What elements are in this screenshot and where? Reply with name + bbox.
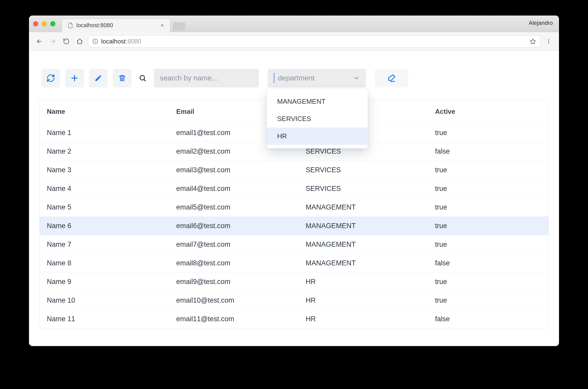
cell-name: Name 4 (45, 185, 174, 193)
cell-active: true (433, 166, 543, 174)
cell-email: email8@test.com (174, 259, 304, 267)
department-select[interactable]: department MANAGEMENTSERVICESHR (268, 69, 366, 87)
page-content: department MANAGEMENTSERVICESHR Name Ema… (29, 51, 559, 346)
cell-active: true (433, 241, 543, 249)
cell-department: MANAGEMENT (304, 241, 433, 249)
cell-active: false (433, 315, 543, 323)
profile-label[interactable]: Alejandro (529, 20, 553, 26)
search-input-wrapper[interactable] (154, 69, 259, 87)
department-option[interactable]: HR (267, 128, 368, 145)
cell-email: email6@test.com (174, 222, 304, 230)
text-cursor (274, 73, 274, 83)
cell-active: true (433, 203, 543, 211)
cell-department: SERVICES (304, 166, 433, 174)
svg-point-2 (95, 40, 95, 40)
home-button[interactable] (75, 36, 85, 47)
cell-active: true (433, 278, 543, 286)
cell-name: Name 5 (45, 203, 174, 211)
cell-department: HR (304, 296, 433, 304)
refresh-button[interactable] (41, 69, 60, 87)
new-tab-button[interactable] (173, 22, 185, 31)
cell-name: Name 8 (45, 259, 174, 267)
svg-point-5 (548, 41, 549, 42)
file-icon (68, 23, 73, 28)
cell-department: HR (304, 315, 433, 323)
maximize-window-button[interactable] (50, 21, 55, 26)
cell-email: email5@test.com (174, 203, 304, 211)
department-dropdown: MANAGEMENTSERVICESHR (267, 89, 368, 148)
col-name[interactable]: Name (45, 108, 174, 116)
clear-filters-button[interactable] (375, 69, 408, 87)
cell-name: Name 10 (45, 296, 174, 304)
cell-department: MANAGEMENT (304, 222, 433, 230)
svg-marker-3 (530, 39, 535, 44)
cell-active: true (433, 296, 543, 304)
col-active[interactable]: Active (433, 108, 543, 116)
back-button[interactable] (34, 36, 45, 47)
cell-email: email11@test.com (174, 315, 304, 323)
cell-department: SERVICES (304, 147, 433, 155)
url-host: localhost (101, 38, 126, 45)
window-controls (33, 21, 55, 26)
cell-name: Name 6 (45, 222, 174, 230)
table-row[interactable]: Name 8email8@test.comMANAGEMENTfalse (40, 254, 548, 272)
svg-line-12 (144, 79, 145, 81)
cell-email: email3@test.com (174, 166, 304, 174)
cell-department: MANAGEMENT (304, 203, 433, 211)
site-info-icon[interactable] (92, 39, 98, 44)
search-icon (137, 69, 149, 87)
cell-active: true (433, 129, 543, 137)
cell-email: email10@test.com (174, 296, 304, 304)
edit-button[interactable] (89, 69, 108, 87)
cell-name: Name 3 (45, 166, 174, 174)
navbar: localhost:8080 (29, 32, 559, 51)
svg-point-4 (548, 39, 549, 40)
table-row[interactable]: Name 11email11@test.comHRfalse (40, 310, 548, 328)
minimize-window-button[interactable] (42, 21, 47, 26)
table-row[interactable]: Name 6email6@test.comMANAGEMENTtrue (40, 216, 548, 235)
cell-name: Name 2 (45, 147, 174, 155)
cell-department: SERVICES (304, 185, 433, 193)
table-row[interactable]: Name 5email5@test.comMANAGEMENTtrue (40, 198, 548, 216)
address-bar[interactable]: localhost:8080 (88, 35, 540, 48)
delete-button[interactable] (113, 69, 131, 87)
cell-name: Name 7 (45, 241, 174, 249)
cell-name: Name 1 (45, 129, 174, 137)
cell-active: true (433, 222, 543, 230)
department-option[interactable]: SERVICES (267, 110, 368, 128)
reload-button[interactable] (61, 36, 71, 47)
cell-email: email7@test.com (174, 241, 304, 249)
forward-button[interactable] (48, 36, 58, 47)
browser-menu-button[interactable] (543, 36, 554, 47)
browser-window: localhost:8080 × Alejandro localhost:808… (29, 16, 559, 346)
cell-name: Name 9 (45, 278, 174, 286)
cell-email: email9@test.com (174, 278, 304, 286)
url-port: :8080 (126, 38, 141, 45)
cell-email: email4@test.com (174, 185, 304, 193)
cell-active: true (433, 185, 543, 193)
table-row[interactable]: Name 3email3@test.comSERVICEStrue (40, 161, 548, 179)
cell-active: false (433, 147, 543, 155)
cell-active: false (433, 259, 543, 267)
table-row[interactable]: Name 4email4@test.comSERVICEStrue (40, 179, 548, 198)
browser-tab[interactable]: localhost:8080 × (62, 19, 170, 32)
cell-department: MANAGEMENT (304, 259, 433, 267)
search-input[interactable] (160, 74, 253, 82)
tab-title: localhost:8080 (76, 22, 156, 29)
cell-name: Name 11 (45, 315, 174, 323)
add-button[interactable] (65, 69, 84, 87)
table-row[interactable]: Name 7email7@test.comMANAGEMENTtrue (40, 235, 548, 254)
titlebar: localhost:8080 × Alejandro (29, 16, 559, 32)
table-row[interactable]: Name 9email9@test.comHRtrue (40, 272, 548, 291)
cell-email: email2@test.com (174, 147, 304, 155)
cell-department: HR (304, 278, 433, 286)
department-placeholder: department (278, 74, 350, 82)
close-tab-button[interactable]: × (159, 22, 165, 29)
url-text: localhost:8080 (101, 38, 141, 45)
toolbar: department MANAGEMENTSERVICESHR (39, 69, 549, 87)
table-row[interactable]: Name 10email10@test.comHRtrue (40, 291, 548, 310)
department-option[interactable]: MANAGEMENT (267, 93, 368, 110)
close-window-button[interactable] (33, 21, 38, 26)
bookmark-icon[interactable] (530, 38, 536, 44)
svg-point-6 (548, 42, 549, 43)
